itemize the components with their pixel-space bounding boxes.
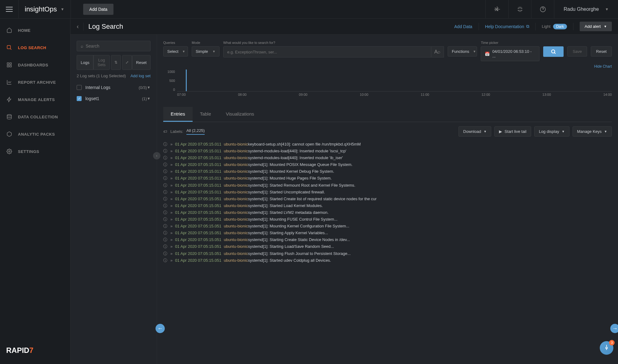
log-entry[interactable]: ⓘ»01 Apr 2020 07:05:15.051 ubuntu-bionic… — [163, 236, 612, 243]
log-entry[interactable]: ⓘ»01 Apr 2020 07:05:15.051 ubuntu-bionic… — [163, 209, 612, 216]
hamburger-menu[interactable] — [0, 0, 19, 19]
add-data-link[interactable]: Add Data — [454, 24, 472, 29]
brand-dropdown[interactable]: insightOps ▼ — [19, 0, 71, 19]
info-icon[interactable]: ⓘ — [163, 236, 167, 243]
plugin-icon[interactable] — [508, 0, 531, 19]
reset-query-button[interactable]: Reset — [591, 46, 612, 57]
tab-logs[interactable]: Logs — [77, 55, 93, 70]
nav-home[interactable]: HOME — [0, 22, 70, 39]
checkbox[interactable]: ✓ — [77, 96, 82, 101]
info-icon[interactable]: ⓘ — [163, 223, 167, 230]
x-tick: 08:00 — [238, 93, 247, 96]
labels-all[interactable]: All (2,225) — [186, 128, 205, 135]
info-icon[interactable]: ⓘ — [163, 154, 167, 161]
theme-toggle[interactable]: Light Dark — [542, 24, 567, 29]
x-tick: 11:00 — [421, 93, 429, 96]
log-entry[interactable]: ⓘ»01 Apr 2020 07:05:15.011 ubuntu-bionic… — [163, 148, 612, 154]
back-button[interactable]: ‹ — [77, 23, 79, 30]
log-entry[interactable]: ⓘ»01 Apr 2020 07:05:15.051 ubuntu-bionic… — [163, 243, 612, 250]
info-icon[interactable]: ⓘ — [163, 196, 167, 202]
info-icon[interactable]: ⓘ — [163, 230, 167, 236]
tab-log-sets[interactable]: Log Sets — [93, 55, 110, 70]
log-timestamp: 01 Apr 2020 07:05:15.051 — [175, 243, 221, 250]
log-entry[interactable]: ⓘ»01 Apr 2020 07:05:15.051 ubuntu-bionic… — [163, 223, 612, 230]
query-input[interactable] — [223, 46, 431, 57]
add-data-button[interactable]: Add Data — [83, 4, 113, 15]
info-icon[interactable]: ⓘ — [163, 189, 167, 196]
checkbox[interactable] — [77, 85, 82, 90]
info-icon[interactable]: ⓘ — [163, 148, 167, 154]
prev-page-button[interactable]: ← — [156, 324, 165, 333]
next-page-button[interactable]: → — [610, 324, 618, 333]
queries-value: Select — [167, 49, 178, 54]
user-menu[interactable]: Radu Gheorghe ▼ — [554, 0, 618, 19]
log-entry[interactable]: ⓘ»01 Apr 2020 07:05:15.011 ubuntu-bionic… — [163, 141, 612, 148]
nav-data-collection[interactable]: DATA COLLECTION — [0, 108, 70, 125]
manage-keys-button[interactable]: Manage Keys▼ — [573, 126, 612, 137]
collapse-panel-button[interactable]: ‹ — [153, 152, 160, 159]
expand-button[interactable]: ⤢ — [122, 55, 132, 70]
nav-report-archive[interactable]: REPORT ARCHIVE — [0, 74, 70, 91]
sort-button[interactable]: ⇅ — [111, 55, 121, 70]
info-icon[interactable]: ⓘ — [163, 168, 167, 175]
tab-entries[interactable]: Entries — [163, 107, 193, 122]
info-icon[interactable]: ⓘ — [163, 209, 167, 216]
nav-log-search[interactable]: LOG SEARCH — [0, 39, 70, 56]
info-icon[interactable]: ⓘ — [163, 141, 167, 148]
info-icon[interactable]: ⓘ — [163, 175, 167, 182]
regex-toggle[interactable]: A⌕ — [431, 46, 444, 57]
tab-visualizations[interactable]: Visualizations — [219, 107, 262, 122]
log-group[interactable]: ✓logset1(1)▼ — [77, 93, 151, 104]
nav-label: LOG SEARCH — [18, 45, 46, 50]
tab-table[interactable]: Table — [193, 107, 219, 122]
save-button[interactable]: Save — [567, 46, 587, 57]
log-entry[interactable]: ⓘ»01 Apr 2020 07:05:15.051 ubuntu-bionic… — [163, 216, 612, 223]
download-button[interactable]: Download▼ — [458, 126, 491, 137]
hide-chart-link[interactable]: Hide Chart — [163, 64, 612, 69]
info-icon[interactable]: ⓘ — [163, 161, 167, 168]
reset-logs-button[interactable]: Reset — [132, 55, 151, 70]
add-log-set-link[interactable]: Add log set — [130, 74, 151, 78]
log-entry[interactable]: ⓘ»01 Apr 2020 07:05:15.011 ubuntu-bionic… — [163, 189, 612, 196]
log-entry[interactable]: ⓘ»01 Apr 2020 07:05:15.051 ubuntu-bionic… — [163, 196, 612, 202]
log-display-button[interactable]: Log display▼ — [534, 126, 569, 137]
nav-manage-alerts[interactable]: MANAGE ALERTS — [0, 91, 70, 108]
mode-dropdown[interactable]: Simple▼ — [192, 46, 219, 57]
log-entry[interactable]: ⓘ»01 Apr 2020 07:05:15.051 ubuntu-bionic… — [163, 230, 612, 236]
info-icon[interactable]: ⓘ — [163, 216, 167, 223]
log-group[interactable]: Internal Logs(0/3)▼ — [77, 82, 151, 93]
log-entry[interactable]: ⓘ»01 Apr 2020 07:05:15.011 ubuntu-bionic… — [163, 154, 612, 161]
time-picker[interactable]: 📅 04/01/2020 06:53:10 - ... — [481, 46, 539, 61]
log-timestamp: 01 Apr 2020 07:05:15.051 — [175, 216, 221, 223]
log-entry[interactable]: ⓘ»01 Apr 2020 07:05:15.051 ubuntu-bionic… — [163, 257, 612, 264]
nav-analytic-packs[interactable]: ANALYTIC PACKS — [0, 125, 70, 143]
info-icon[interactable]: ⓘ — [163, 250, 167, 257]
log-entry[interactable]: ⓘ»01 Apr 2020 07:05:15.051 ubuntu-bionic… — [163, 202, 612, 209]
nav-dashboards[interactable]: DASHBOARDS — [0, 56, 70, 74]
info-icon[interactable]: ⓘ — [163, 202, 167, 209]
help-link[interactable]: Help Documentation ⧉ — [485, 24, 529, 29]
log-message: systemd[1]: Starting Create Static Devic… — [248, 236, 350, 243]
queries-dropdown[interactable]: Select▼ — [163, 46, 188, 57]
log-entry[interactable]: ⓘ»01 Apr 2020 07:05:15.011 ubuntu-bionic… — [163, 161, 612, 168]
settings-icon[interactable] — [485, 0, 508, 19]
info-icon[interactable]: ⓘ — [163, 243, 167, 250]
search-button[interactable] — [543, 46, 564, 57]
functions-dropdown[interactable]: Functions▼ — [448, 46, 477, 57]
log-search-box[interactable]: ⌕ — [77, 41, 151, 51]
info-icon[interactable]: ⓘ — [163, 182, 167, 189]
live-tail-button[interactable]: ▶Start live tail — [494, 126, 531, 137]
log-entry[interactable]: ⓘ»01 Apr 2020 07:05:15.051 ubuntu-bionic… — [163, 250, 612, 257]
log-search-input[interactable] — [86, 44, 147, 49]
add-alert-label: Add alert — [585, 24, 601, 29]
log-entry[interactable]: ⓘ»01 Apr 2020 07:05:15.011 ubuntu-bionic… — [163, 168, 612, 175]
nav-settings[interactable]: SETTINGS — [0, 143, 70, 160]
log-entry[interactable]: ⓘ»01 Apr 2020 07:05:15.011 ubuntu-bionic… — [163, 175, 612, 182]
help-icon[interactable] — [531, 0, 554, 19]
chevron-down-icon: ▼ — [484, 130, 487, 133]
add-alert-button[interactable]: Add alert ▼ — [580, 22, 612, 31]
notifications-button[interactable]: 3 — [600, 341, 613, 355]
log-entry[interactable]: ⓘ»01 Apr 2020 07:05:15.011 ubuntu-bionic… — [163, 182, 612, 189]
info-icon[interactable]: ⓘ — [163, 257, 167, 264]
svg-point-8 — [9, 151, 10, 152]
